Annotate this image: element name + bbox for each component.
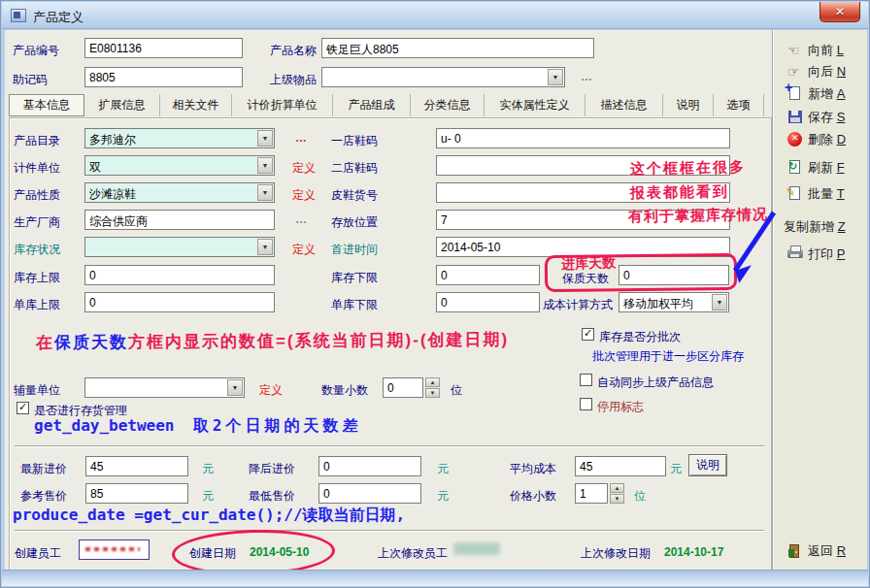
save-button[interactable]: 保存 S (787, 109, 845, 126)
bin-upper-input[interactable]: 0 (84, 292, 275, 312)
nature-define-link[interactable]: 定义 (292, 187, 316, 204)
price-decimal-input[interactable]: 1 (575, 483, 608, 504)
mnemonic-input[interactable]: 8805 (84, 67, 243, 87)
new-page-icon (787, 86, 803, 102)
explain-button[interactable]: 说明 (688, 454, 727, 476)
avg-cost-input[interactable]: 45 (575, 456, 666, 476)
tab-product-composition[interactable]: 产品组成 (333, 94, 411, 116)
save-floppy-icon (787, 110, 803, 125)
dropdown-arrow-icon[interactable]: ▼ (257, 239, 273, 255)
bin-lower-input[interactable]: 0 (436, 292, 540, 312)
unit-define-link[interactable]: 定义 (292, 160, 316, 177)
separator-line (15, 530, 764, 532)
latest-price-input[interactable]: 45 (85, 456, 188, 476)
annotation-day-func: get_day_between 取2个日期的天数差 (34, 416, 361, 437)
unit-value: 双 (89, 160, 101, 174)
sync-checkbox[interactable] (580, 374, 592, 386)
refresh-button[interactable]: 刷新 F (787, 159, 845, 177)
qty-decimal-label: 数量小数 (321, 382, 368, 399)
tab-classification[interactable]: 分类信息 (411, 94, 485, 116)
tab-related-files[interactable]: 相关文件 (160, 94, 232, 116)
aux-unit-combo[interactable]: ▼ (84, 377, 245, 398)
catalog-more-button[interactable]: … (295, 131, 308, 145)
stock-upper-label: 库存上限 (14, 270, 60, 286)
aux-unit-define-link[interactable]: 定义 (259, 382, 283, 399)
qty-decimal-spinner[interactable]: ▲ ▼ (425, 377, 440, 398)
modified-date-value: 2014-10-17 (664, 545, 723, 559)
lowest-price-input[interactable]: 0 (318, 483, 421, 504)
manufacturer-more-button[interactable]: … (295, 212, 308, 226)
modifier-label: 上次修改员工 (378, 545, 448, 562)
nature-combo[interactable]: 沙滩凉鞋 ▼ (84, 182, 275, 203)
tab-notes[interactable]: 说明 (663, 94, 714, 116)
shoe-code1-input[interactable]: u- 0 (436, 128, 730, 148)
window-title: 产品定义 (33, 9, 84, 26)
reduced-price-input[interactable]: 0 (318, 456, 421, 476)
unit-combo[interactable]: 双 ▼ (84, 155, 275, 176)
creator-value-box (79, 539, 150, 560)
tab-strip: 基本信息 扩展信息 相关文件 计价折算单位 产品组成 分类信息 实体属性定义 描… (9, 94, 764, 116)
catalog-combo[interactable]: 多邦迪尔 ▼ (84, 128, 275, 148)
catalog-value: 多邦迪尔 (89, 133, 136, 147)
printer-icon (787, 246, 803, 262)
product-name-label: 产品名称 (270, 43, 317, 59)
prev-button[interactable]: ☜ 向前 L (787, 42, 844, 59)
qty-decimal-unit: 位 (451, 382, 462, 399)
batch-button[interactable]: 批量 T (787, 185, 845, 203)
tab-entity-attributes[interactable]: 实体属性定义 (485, 94, 586, 116)
refresh-icon (787, 160, 803, 176)
add-button[interactable]: 新增 A (787, 85, 845, 103)
price-decimal-unit: 位 (634, 488, 646, 505)
next-button[interactable]: ☞ 向后 N (787, 63, 846, 81)
batch-edit-icon (787, 186, 803, 202)
shoe-code1-label: 一店鞋码 (331, 133, 378, 149)
stock-lower-input[interactable]: 0 (436, 265, 540, 285)
close-button[interactable]: ✕ (820, 2, 860, 22)
spin-up-icon: ▲ (610, 483, 624, 493)
window-bottom-edge (2, 570, 868, 586)
leather-no-label: 皮鞋货号 (331, 187, 378, 204)
price-decimal-label: 价格小数 (510, 488, 556, 505)
close-icon: ✕ (835, 6, 845, 17)
dropdown-arrow-icon[interactable]: ▼ (227, 379, 243, 396)
annotation-overlay-label: 进库天数 (561, 254, 617, 274)
price-decimal-spinner[interactable]: ▲ ▼ (610, 483, 624, 504)
parent-item-combo[interactable]: ▼ (321, 67, 565, 87)
dropdown-arrow-icon[interactable]: ▼ (257, 157, 273, 174)
stop-flag-checkbox[interactable] (580, 398, 592, 410)
tab-extended-info[interactable]: 扩展信息 (84, 94, 160, 116)
dropdown-arrow-icon[interactable]: ▼ (257, 130, 273, 147)
stock-status-combo[interactable]: ▼ (84, 237, 275, 257)
dropdown-arrow-icon[interactable]: ▼ (712, 294, 727, 310)
parent-item-more-button[interactable]: … (581, 70, 593, 83)
tab-basic-info[interactable]: 基本信息 (9, 94, 84, 116)
redacted-scribble (85, 547, 140, 551)
product-code-label: 产品编号 (13, 43, 59, 59)
delete-button[interactable]: 删除 D (787, 131, 846, 148)
dropdown-arrow-icon[interactable]: ▼ (257, 184, 273, 201)
copy-add-button[interactable]: 复制新增 Z (784, 218, 846, 236)
product-name-input[interactable]: 铁足巨人8805 (321, 38, 594, 58)
tab-options[interactable]: 选项 (714, 94, 764, 116)
spin-up-icon: ▲ (425, 377, 440, 387)
avg-cost-label: 平均成本 (510, 461, 556, 477)
tab-description[interactable]: 描述信息 (586, 94, 663, 116)
stock-upper-input[interactable]: 0 (84, 265, 275, 285)
ref-price-input[interactable]: 85 (85, 483, 188, 504)
bin-upper-label: 单库上限 (14, 297, 60, 313)
print-button[interactable]: 打印 P (787, 245, 845, 263)
stock-lower-label: 库存下限 (331, 270, 378, 286)
tab-pricing-unit[interactable]: 计价折算单位 (232, 94, 333, 116)
qty-decimal-input[interactable]: 0 (383, 377, 423, 398)
dropdown-arrow-icon[interactable]: ▼ (548, 69, 563, 85)
stock-status-define-link[interactable]: 定义 (292, 242, 316, 258)
cost-method-combo[interactable]: 移动加权平均 ▼ (619, 292, 729, 312)
stock-status-label: 库存状况 (14, 242, 60, 258)
manufacturer-input[interactable]: 综合供应商 (84, 210, 275, 230)
inventory-mgmt-checkbox[interactable] (17, 402, 29, 414)
delete-icon (787, 132, 803, 147)
product-code-input[interactable]: E0801136 (84, 38, 243, 58)
return-button[interactable]: 返回 R (787, 542, 846, 560)
hand-left-icon: ☜ (787, 43, 803, 58)
batch-checkbox[interactable] (582, 328, 594, 341)
